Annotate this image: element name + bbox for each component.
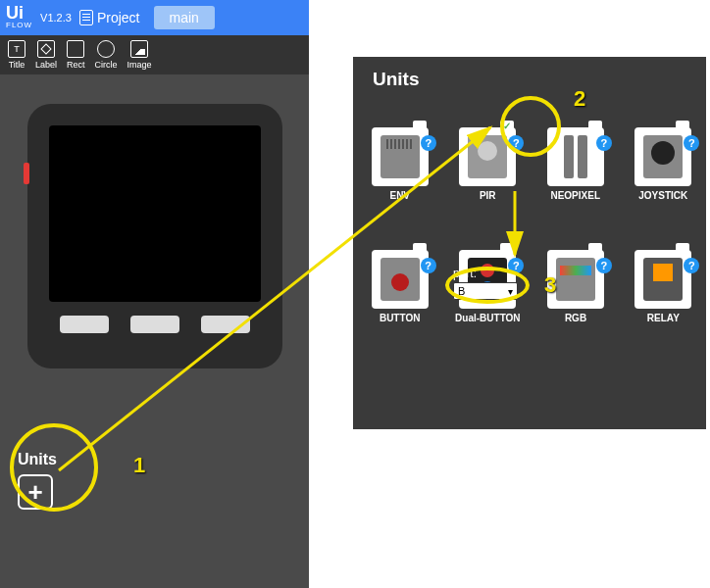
project-label: Project [97,10,140,25]
unit-joystick[interactable]: ? JOYSTICK [633,127,695,201]
tool-label[interactable]: Label [35,40,57,70]
device-button-c[interactable] [201,316,250,333]
check-icon: ✓ [500,121,514,130]
m5stack-device [27,104,282,368]
app-header: Ui FLOW V1.2.3 Project main [0,0,309,35]
info-icon[interactable]: ? [684,258,699,273]
annotation-number-1: 1 [133,453,145,478]
port-dropdown[interactable]: B [453,282,518,300]
device-button-b[interactable] [130,316,179,333]
app-logo: Ui FLOW [6,6,32,28]
circle-icon [97,40,115,58]
annotation-number-2: 2 [574,86,585,112]
image-icon [130,40,148,58]
info-icon[interactable]: ? [421,258,436,273]
units-row-1: ? ENV ✓? PIR ? NEOPIXEL ? JOYSTICK [369,127,694,201]
add-unit-button[interactable]: + [18,474,53,510]
device-screen[interactable] [49,125,261,302]
info-icon[interactable]: ? [508,135,524,151]
title-icon: T [8,40,25,58]
unit-neopixel[interactable]: ? NEOPIXEL [544,127,607,201]
file-tab-main[interactable]: main [154,6,215,29]
info-icon[interactable]: ? [596,135,612,151]
left-sidebar: Ui FLOW V1.2.3 Project main T Title Labe… [0,0,309,588]
unit-button[interactable]: ? BUTTON [369,250,431,323]
panel-title: Units [373,69,694,90]
rect-icon [67,40,84,58]
info-icon[interactable]: ? [684,135,699,151]
port-label: port: [453,267,518,280]
unit-env[interactable]: ? ENV [369,127,431,201]
tool-title[interactable]: T Title [8,40,25,70]
units-title: Units [18,451,57,468]
element-toolbar: T Title Label Rect Circle Image [0,35,309,74]
info-icon[interactable]: ? [421,135,436,151]
annotation-number-3: 3 [544,272,556,298]
version-label: V1.2.3 [40,12,72,24]
units-picker-panel: Units ? ENV ✓? PIR ? NEOPIXEL ? JOYSTICK… [353,57,706,429]
device-preview [0,74,309,388]
unit-pir[interactable]: ✓? PIR [457,127,520,201]
label-icon [37,40,55,58]
units-row-2: ? BUTTON ? Dual-BUTTON ? RGB ? RELAY [369,250,694,323]
info-icon[interactable]: ? [596,258,612,273]
tool-image[interactable]: Image [127,40,152,70]
unit-relay[interactable]: ? RELAY [633,250,694,323]
project-menu[interactable]: Project [79,10,140,25]
device-side-button [24,163,29,184]
units-section: Units + [18,451,57,510]
tool-rect[interactable]: Rect [67,40,85,70]
port-selector: port: B [453,267,518,300]
device-button-a[interactable] [60,316,109,333]
document-icon [79,10,93,25]
tool-circle[interactable]: Circle [95,40,118,70]
